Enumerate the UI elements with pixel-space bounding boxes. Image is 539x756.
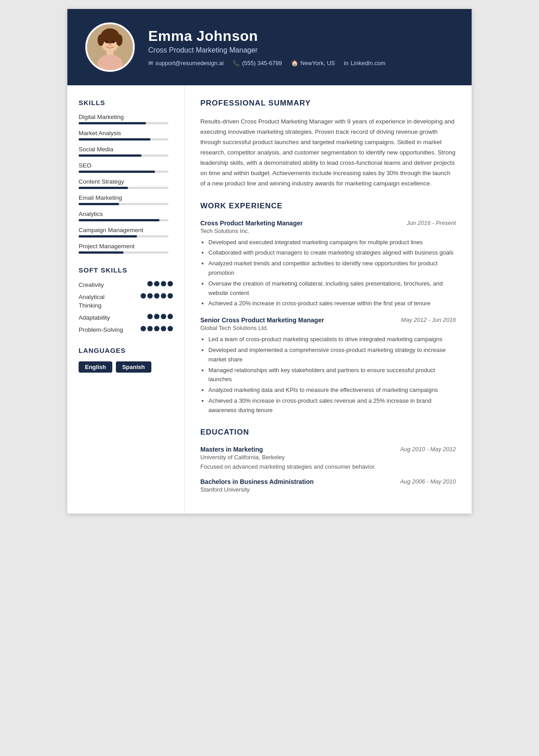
bullet-item: Collaborated with product managers to cr…	[208, 248, 456, 258]
job-header: Senior Cross Product Marketing Manager M…	[200, 316, 456, 324]
dot	[168, 314, 173, 319]
skill-fill	[79, 251, 124, 254]
skill-name: Content Strategy	[79, 178, 173, 185]
edu-school: University of California, Berkeley	[200, 454, 456, 461]
languages-list: EnglishSpanish	[79, 361, 173, 373]
skill-name: Campaign Management	[79, 227, 173, 233]
skill-dots	[141, 326, 173, 331]
skill-bar	[79, 154, 168, 157]
bullet-item: Managed relationships with key stakehold…	[208, 366, 456, 385]
edu-degree: Masters in Marketing	[200, 446, 263, 453]
job-item: Cross Product Marketing Manager Jun 2016…	[200, 220, 456, 309]
svg-point-9	[108, 44, 111, 46]
skill-name: Market Analysis	[79, 130, 173, 136]
skill-fill	[79, 122, 146, 124]
dot	[161, 326, 166, 331]
jobs-list: Cross Product Marketing Manager Jun 2016…	[200, 220, 456, 415]
skill-fill	[79, 138, 150, 141]
skill-item: Content Strategy	[79, 178, 173, 189]
email-contact: ✉ support@resumedesign.ai	[148, 60, 224, 66]
job-title: Senior Cross Product Marketing Manager	[200, 316, 324, 324]
phone-contact: 📞 (555) 345-6789	[233, 60, 282, 66]
skill-name: Project Management	[79, 243, 173, 250]
skill-bar	[79, 138, 168, 141]
soft-skill-item: Adaptability	[79, 314, 173, 322]
skill-item: Market Analysis	[79, 130, 173, 141]
edu-degree: Bachelors in Business Administration	[200, 478, 314, 485]
job-company: Tech Solutions Inc.	[200, 228, 456, 234]
edu-header: Masters in Marketing Aug 2010 - May 2012	[200, 446, 456, 453]
dot	[168, 293, 173, 299]
skill-item: Email Marketing	[79, 194, 173, 205]
dot	[154, 281, 159, 286]
job-dates: Jun 2016 - Present	[406, 220, 456, 226]
dot	[147, 314, 153, 319]
language-tag: Spanish	[116, 361, 151, 373]
soft-skill-name: Adaptability	[79, 314, 110, 322]
sidebar: SKILLS Digital Marketing Market Analysis…	[67, 85, 184, 514]
skill-item: Campaign Management	[79, 227, 173, 237]
skill-bar	[79, 251, 168, 254]
header: Emma Johnson Cross Product Marketing Man…	[67, 9, 472, 85]
svg-point-8	[112, 40, 115, 43]
svg-point-4	[116, 34, 123, 46]
header-info: Emma Johnson Cross Product Marketing Man…	[148, 28, 454, 66]
svg-point-7	[106, 40, 108, 43]
skill-bar	[79, 171, 168, 173]
edu-dates: Aug 2010 - May 2012	[400, 446, 456, 453]
job-title: Cross Product Marketing Manager	[200, 220, 303, 227]
edu-school: Stanford University	[200, 486, 456, 493]
skill-item: Social Media	[79, 146, 173, 157]
skill-item: SEO	[79, 162, 173, 173]
soft-skill-item: Problem-Solving	[79, 326, 173, 334]
location-contact: 🏠 NewYork, US	[291, 60, 335, 66]
bullet-item: Analyzed market trends and competitor ac…	[208, 259, 456, 278]
bullet-item: Achieved a 30% increase in cross-product…	[208, 396, 456, 415]
dot	[168, 281, 173, 286]
soft-skill-name: Creativity	[79, 281, 104, 290]
skill-bar	[79, 203, 168, 205]
skill-dots	[147, 281, 173, 286]
header-contacts: ✉ support@resumedesign.ai 📞 (555) 345-67…	[148, 60, 454, 66]
dot	[141, 326, 146, 331]
job-bullets: Led a team of cross-product marketing sp…	[200, 335, 456, 415]
skill-fill	[79, 154, 141, 157]
phone-icon: 📞	[233, 60, 240, 66]
skill-bar	[79, 187, 168, 189]
skill-fill	[79, 171, 155, 173]
skill-name: SEO	[79, 162, 173, 169]
summary-title: PROFESSIONAL SUMMARY	[200, 99, 456, 110]
job-company: Global Tech Solutions Ltd.	[200, 325, 456, 331]
languages-title: LANGUAGES	[79, 347, 173, 354]
edu-desc: Focused on advanced marketing strategies…	[200, 462, 456, 471]
education-list: Masters in Marketing Aug 2010 - May 2012…	[200, 446, 456, 493]
dot	[147, 293, 153, 299]
job-dates: May 2012 - Jun 2016	[401, 316, 456, 323]
edu-header: Bachelors in Business Administration Aug…	[200, 478, 456, 485]
skill-bar	[79, 122, 168, 124]
bullet-item: Analyzed marketing data and KPIs to meas…	[208, 386, 456, 395]
main-content: PROFESSIONAL SUMMARY Results-driven Cros…	[184, 85, 472, 514]
soft-skill-name: Problem-Solving	[79, 326, 123, 334]
dot	[161, 314, 166, 319]
dot	[168, 326, 173, 331]
bullet-item: Developed and executed integrated market…	[208, 238, 456, 247]
experience-title: WORK EXPERIENCE	[200, 202, 456, 213]
bullet-item: Led a team of cross-product marketing sp…	[208, 335, 456, 344]
resume: Emma Johnson Cross Product Marketing Man…	[67, 9, 472, 514]
skill-item: Analytics	[79, 211, 173, 221]
linkedin-contact: in LinkedIn.com	[344, 60, 385, 66]
skill-name: Analytics	[79, 211, 173, 217]
skill-name: Social Media	[79, 146, 173, 153]
language-tag: English	[79, 361, 112, 373]
dot	[147, 281, 153, 286]
header-name: Emma Johnson	[148, 28, 454, 44]
dot	[154, 326, 159, 331]
skills-list: Digital Marketing Market Analysis Social…	[79, 114, 173, 254]
education-title: EDUCATION	[200, 428, 456, 440]
job-header: Cross Product Marketing Manager Jun 2016…	[200, 220, 456, 227]
dot	[154, 314, 159, 319]
job-bullets: Developed and executed integrated market…	[200, 238, 456, 309]
dot	[154, 293, 159, 299]
avatar	[85, 22, 135, 72]
